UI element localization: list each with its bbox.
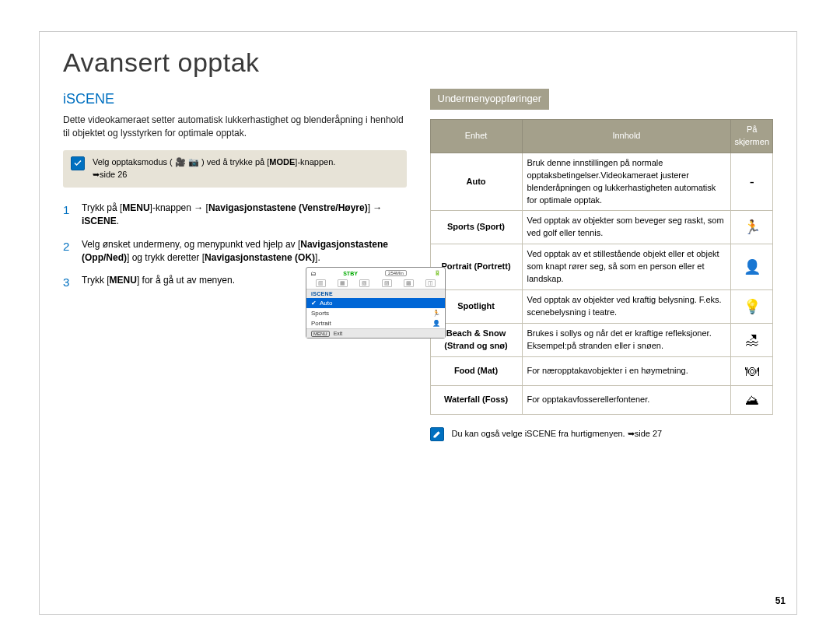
left-column: iSCENE Dette videokameraet setter automa… <box>63 89 407 441</box>
two-column-layout: iSCENE Dette videokameraet setter automa… <box>63 89 773 441</box>
right-column: Undermenyoppføringer Enhet Innhold På sk… <box>430 89 774 441</box>
step-num: 2 <box>63 238 72 265</box>
beach-snow-icon: 🏖 <box>731 324 773 357</box>
videocam-icon: 🎥 <box>175 157 186 167</box>
table-row: Sports (Sport) Ved opptak av objekter so… <box>430 211 773 244</box>
table-row: Portrait (Portrett) Ved opptak av et sti… <box>430 244 773 290</box>
submenu-title: Undermenyoppføringer <box>430 89 550 110</box>
step-body: Velg ønsket undermeny, og menypunkt ved … <box>82 238 407 265</box>
tip-box: Velg opptaksmodus ( 🎥 📷 ) ved å trykke p… <box>63 150 407 188</box>
sports-icon: 🏃 <box>432 310 440 317</box>
th-enhet: Enhet <box>430 119 522 153</box>
row-icon: - <box>731 153 773 211</box>
lcd-time: 254Min <box>385 270 407 276</box>
row-enhet: Sports (Sport) <box>430 211 522 244</box>
table-row: Waterfall (Foss) For opptakavfossereller… <box>430 386 773 415</box>
check-icon: ✔ <box>311 300 317 307</box>
mode-icon: ▦ <box>338 279 348 287</box>
lcd-item-auto: ✔ Auto <box>306 298 445 308</box>
lcd-menu-header: iSCENE <box>306 289 445 298</box>
mode-icon: ▩ <box>404 279 414 287</box>
lcd-iconrow: ▥ ▦ ▧ ▨ ▩ ◫ <box>306 279 445 289</box>
bottom-note: Du kan også velge iSCENE fra hurtigmenye… <box>430 427 774 441</box>
spotlight-icon: 💡 <box>731 290 773 324</box>
options-table: Enhet Innhold På skjermen Auto Bruk denn… <box>430 119 774 415</box>
row-innhold: Ved opptak av et stillestående objekt el… <box>522 244 731 290</box>
portrait-icon: 👤 <box>731 244 773 290</box>
bottom-note-text: Du kan også velge iSCENE fra hurtigmenye… <box>452 428 663 440</box>
row-innhold: For opptakavfosserellerfontener. <box>522 386 731 415</box>
sports-icon: 🏃 <box>731 211 773 244</box>
lcd-statusbar: 🗂 STBY 254Min 🔋 <box>306 268 445 279</box>
lcd-stby: STBY <box>343 271 358 276</box>
step-1: 1 Trykk på [MENU]-knappen → [Navigasjons… <box>63 202 407 229</box>
section-title: iSCENE <box>63 89 407 109</box>
table-row: Auto Bruk denne innstillingen på normale… <box>430 153 773 211</box>
menu-key: MENU <box>311 331 330 337</box>
portrait-icon: 👤 <box>432 320 440 327</box>
tip-ref: ➥side 26 <box>93 170 127 179</box>
page-number: 51 <box>775 595 786 606</box>
lcd-item-sports: Sports 🏃 <box>306 308 445 318</box>
row-enhet: Food (Mat) <box>430 356 522 385</box>
camera-icon: 📷 <box>188 157 199 167</box>
row-innhold: Bruk denne innstillingen på normale oppt… <box>522 153 731 211</box>
step-num: 1 <box>63 202 72 229</box>
row-innhold: Ved opptak av objekter som beveger seg r… <box>522 211 731 244</box>
check-icon <box>71 156 85 170</box>
lcd-screenshot: 🗂 STBY 254Min 🔋 ▥ ▦ ▧ ▨ ▩ ◫ iSCENE ✔ Aut… <box>306 267 446 339</box>
page-title: Avansert opptak <box>63 47 773 78</box>
table-row: Spotlight Ved opptak av objekter ved kra… <box>430 290 773 324</box>
lcd-item-label: Portrait <box>311 320 331 327</box>
food-icon: 🍽 <box>731 356 773 385</box>
intro-text: Dette videokameraet setter automatisk lu… <box>63 114 407 141</box>
lcd-item-portrait: Portrait 👤 <box>306 318 445 328</box>
mode-icon: ▥ <box>316 279 326 287</box>
pencil-icon <box>430 427 444 441</box>
row-enhet: Auto <box>430 153 522 211</box>
table-row: Beach & Snow (Strand og snø) Brukes i so… <box>430 324 773 357</box>
lcd-item-label: Auto <box>320 300 332 307</box>
card-icon: 🗂 <box>310 271 316 276</box>
step-body: Trykk på [MENU]-knappen → [Navigasjonsta… <box>82 202 407 229</box>
table-row: Food (Mat) For næropptakavobjekter i en … <box>430 356 773 385</box>
mode-icon: ▧ <box>359 279 369 287</box>
tip-content: Velg opptaksmodus ( 🎥 📷 ) ved å trykke p… <box>93 156 335 181</box>
lcd-exit-label: Exit <box>334 331 343 336</box>
row-innhold: For næropptakavobjekter i en høymetning. <box>522 356 731 385</box>
row-innhold: Ved opptak av objekter ved kraftig belys… <box>522 290 731 324</box>
th-innhold: Innhold <box>522 119 731 153</box>
th-skjerm: På skjermen <box>731 119 773 153</box>
tip-end: ]-knappen. <box>295 157 335 167</box>
row-innhold: Brukes i sollys og når det er kraftige r… <box>522 324 731 357</box>
row-enhet: Waterfall (Foss) <box>430 386 522 415</box>
mode-key: MODE <box>269 157 295 167</box>
step-2: 2 Velg ønsket undermeny, og menypunkt ve… <box>63 238 407 265</box>
battery-icon: 🔋 <box>434 270 441 276</box>
tip-after: ) ved å trykke på [ <box>201 157 269 167</box>
mode-icon: ◫ <box>425 279 436 287</box>
step-num: 3 <box>63 274 72 291</box>
mode-icon: ▨ <box>382 279 392 287</box>
lcd-item-label: Sports <box>311 310 329 317</box>
waterfall-icon: ⛰ <box>731 386 773 415</box>
lcd-exit-row: MENU Exit <box>306 328 445 338</box>
tip-before: Velg opptaksmodus ( <box>93 157 173 167</box>
page-frame: Avansert opptak iSCENE Dette videokamera… <box>39 31 797 615</box>
